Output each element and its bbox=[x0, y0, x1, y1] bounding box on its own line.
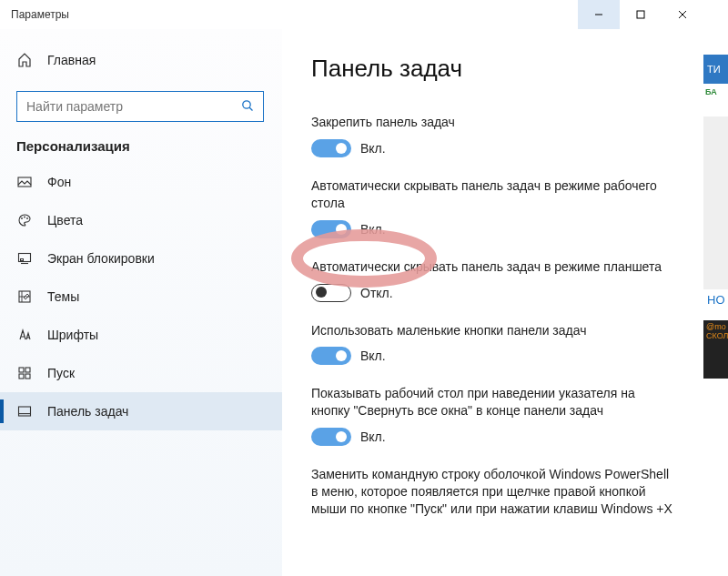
themes-icon bbox=[16, 288, 33, 305]
sidebar-item-label: Панель задач bbox=[47, 404, 128, 419]
toggle-small-buttons[interactable] bbox=[311, 347, 351, 365]
sidebar-item-background[interactable]: Фон bbox=[0, 163, 282, 201]
svg-rect-6 bbox=[18, 177, 31, 187]
sidebar-item-label: Пуск bbox=[47, 366, 75, 380]
setting-peek-desktop: Показывать рабочий стол при наведении ук… bbox=[311, 385, 682, 446]
toggle-state-label: Вкл. bbox=[360, 429, 386, 444]
window-controls bbox=[578, 0, 703, 29]
setting-title: Использовать маленькие кнопки панели зад… bbox=[311, 322, 675, 339]
sidebar-item-start[interactable]: Пуск bbox=[0, 354, 282, 392]
sidebar-item-label: Цвета bbox=[47, 213, 83, 227]
sidebar-nav: Фон Цвета Экран блокировки Темы Шрифты bbox=[0, 163, 282, 430]
background-browser-strip: ТИ БА НО @mo СКОЛ bbox=[703, 0, 728, 576]
search-input[interactable] bbox=[26, 99, 241, 114]
maximize-icon bbox=[636, 10, 645, 19]
settings-window: Параметры Главная bbox=[0, 0, 703, 576]
setting-title: Автоматически скрывать панель задач в ре… bbox=[311, 258, 675, 276]
toggle-state-label: Вкл. bbox=[360, 349, 386, 363]
toggle-autohide-desktop[interactable] bbox=[311, 220, 351, 238]
svg-rect-18 bbox=[19, 407, 31, 416]
svg-rect-1 bbox=[637, 11, 644, 18]
toggle-state-label: Вкл. bbox=[360, 141, 386, 156]
svg-rect-15 bbox=[25, 368, 30, 372]
lockscreen-icon bbox=[16, 250, 33, 267]
toggle-lock-taskbar[interactable] bbox=[311, 139, 351, 157]
close-icon bbox=[678, 10, 687, 19]
sidebar-item-lockscreen[interactable]: Экран блокировки bbox=[0, 239, 282, 278]
sidebar-item-fonts[interactable]: Шрифты bbox=[0, 316, 282, 354]
svg-rect-16 bbox=[19, 374, 24, 379]
sidebar-home[interactable]: Главная bbox=[0, 42, 282, 78]
sidebar-item-label: Шрифты bbox=[47, 328, 98, 342]
setting-autohide-tablet: Автоматически скрывать панель задач в ре… bbox=[311, 258, 682, 302]
page-heading: Панель задач bbox=[311, 55, 682, 83]
close-button[interactable] bbox=[662, 0, 703, 29]
sidebar-item-label: Экран блокировки bbox=[47, 251, 155, 266]
sidebar-section-title: Персонализация bbox=[0, 138, 282, 163]
setting-lock-taskbar: Закрепить панель задач Вкл. bbox=[311, 114, 682, 157]
taskbar-icon bbox=[16, 403, 33, 419]
toggle-state-label: Вкл. bbox=[360, 222, 386, 237]
setting-title: Показывать рабочий стол при наведении ук… bbox=[311, 385, 675, 419]
home-icon bbox=[16, 52, 33, 68]
search-icon bbox=[241, 99, 254, 115]
minimize-icon bbox=[594, 10, 603, 19]
sidebar: Главная Персонализация Фон Цвета bbox=[0, 29, 282, 576]
svg-rect-17 bbox=[25, 374, 30, 379]
svg-point-7 bbox=[21, 217, 23, 219]
sidebar-item-label: Темы bbox=[47, 289, 79, 304]
titlebar: Параметры bbox=[0, 0, 703, 29]
sidebar-home-label: Главная bbox=[47, 53, 96, 67]
content-pane: Панель задач Закрепить панель задач Вкл.… bbox=[282, 29, 703, 576]
svg-point-8 bbox=[24, 217, 25, 218]
sidebar-item-colors[interactable]: Цвета bbox=[0, 201, 282, 239]
fonts-icon bbox=[16, 327, 33, 343]
search-wrap bbox=[0, 78, 282, 138]
setting-small-buttons: Использовать маленькие кнопки панели зад… bbox=[311, 322, 682, 366]
start-icon bbox=[16, 365, 33, 381]
maximize-button[interactable] bbox=[620, 0, 662, 29]
toggle-peek-desktop[interactable] bbox=[311, 428, 351, 446]
setting-autohide-desktop: Автоматически скрывать панель задач в ре… bbox=[311, 177, 682, 238]
setting-title: Закрепить панель задач bbox=[311, 114, 675, 131]
toggle-state-label: Откл. bbox=[360, 286, 393, 300]
setting-powershell: Заменить командную строку оболочкой Wind… bbox=[311, 466, 682, 518]
toggle-autohide-tablet[interactable] bbox=[311, 284, 351, 302]
setting-title: Автоматически скрывать панель задач в ре… bbox=[311, 177, 675, 212]
svg-rect-14 bbox=[19, 368, 24, 372]
svg-point-9 bbox=[26, 217, 28, 219]
svg-point-4 bbox=[243, 100, 250, 107]
window-body: Главная Персонализация Фон Цвета bbox=[0, 29, 703, 576]
setting-title: Заменить командную строку оболочкой Wind… bbox=[311, 466, 675, 518]
picture-icon bbox=[16, 174, 33, 190]
svg-rect-11 bbox=[21, 259, 24, 261]
sidebar-item-label: Фон bbox=[47, 175, 71, 189]
window-title: Параметры bbox=[0, 8, 578, 21]
palette-icon bbox=[16, 212, 33, 228]
search-box[interactable] bbox=[16, 91, 264, 122]
svg-line-5 bbox=[249, 107, 252, 110]
minimize-button[interactable] bbox=[578, 0, 620, 29]
sidebar-item-themes[interactable]: Темы bbox=[0, 278, 282, 316]
sidebar-item-taskbar[interactable]: Панель задач bbox=[0, 392, 282, 430]
